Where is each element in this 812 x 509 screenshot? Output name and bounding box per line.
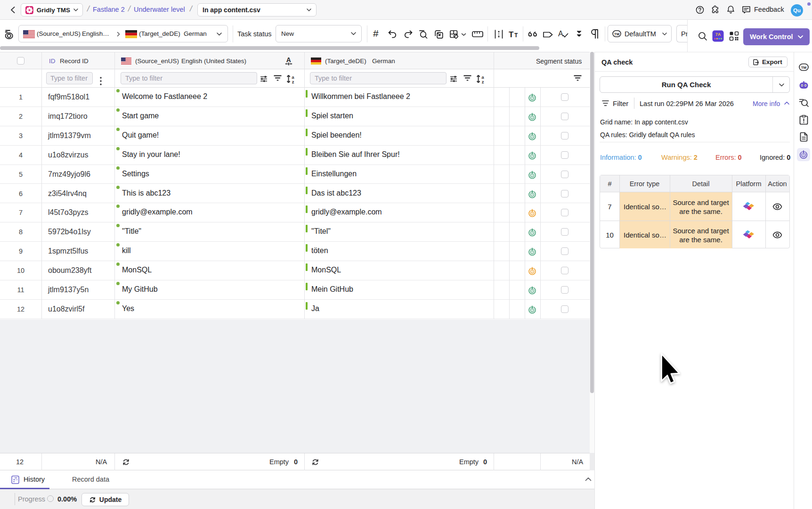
svg-text:T: T (509, 31, 514, 38)
svg-text:z: z (482, 79, 484, 83)
svg-text:A: A (558, 30, 563, 38)
svg-text:TM: TM (801, 66, 807, 70)
svg-text:A: A (286, 56, 291, 64)
svg-text:7A: 7A (715, 32, 721, 37)
svg-text:T: T (514, 32, 518, 38)
svg-text:z: z (292, 79, 294, 83)
svg-text:TM: TM (614, 32, 619, 36)
